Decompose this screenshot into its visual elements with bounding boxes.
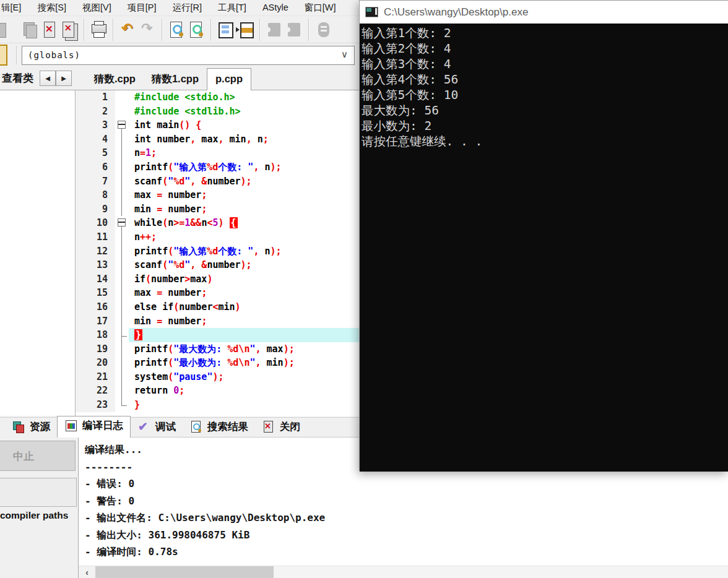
- console-line: 最大数为: 56: [362, 103, 728, 118]
- toolbar-separator: [308, 19, 309, 41]
- close-file-icon[interactable]: [40, 19, 59, 40]
- fold-guide: [115, 230, 129, 244]
- horizontal-scrollbar[interactable]: ‹: [79, 566, 728, 578]
- console-title-bar[interactable]: C:\Users\wangy\Desktop\p.exe: [360, 1, 728, 24]
- editor-tab-猜数1.cpp[interactable]: 猜数1.cpp: [144, 68, 207, 90]
- line-number: 4: [76, 132, 115, 147]
- bottom-tab-编译日志[interactable]: 编译日志: [57, 416, 131, 438]
- tab-class-view[interactable]: 查看类: [0, 71, 33, 85]
- fold-guide: [115, 300, 129, 314]
- secondary-button[interactable]: [0, 478, 77, 507]
- line-number: 10: [76, 216, 115, 230]
- console-line: 最小数为: 2: [362, 118, 728, 134]
- bottom-tab-label: 搜索结果: [207, 420, 248, 434]
- menu-item[interactable]: 辑[E]: [0, 1, 29, 15]
- line-number: 8: [76, 188, 115, 202]
- undo-icon[interactable]: [118, 19, 137, 40]
- line-number: 22: [76, 384, 115, 398]
- fold-guide: [115, 105, 129, 119]
- menu-item[interactable]: 项目[P]: [119, 1, 165, 15]
- bottom-tab-资源[interactable]: 资源: [5, 418, 57, 437]
- menu-item[interactable]: 窗口[W]: [297, 1, 344, 15]
- console-output: 输入第1个数: 2输入第2个数: 4输入第3个数: 4输入第4个数: 56输入第…: [360, 24, 728, 472]
- fold-guide: [115, 146, 129, 160]
- close-icon: [262, 421, 275, 433]
- fold-guide: [115, 356, 129, 370]
- console-line: 输入第5个数: 10: [362, 87, 728, 103]
- toolbar-separator: [259, 19, 260, 41]
- bookmark-icon[interactable]: [0, 45, 7, 66]
- fold-guide: [115, 175, 129, 189]
- fold-guide: [115, 90, 129, 105]
- line-number: 13: [76, 258, 115, 272]
- menu-item[interactable]: 视图[V]: [74, 1, 119, 15]
- bottom-tab-调试[interactable]: 调试: [131, 418, 183, 437]
- fold-guide: [115, 370, 129, 384]
- redo-icon[interactable]: [137, 19, 157, 40]
- bottom-tab-搜索结果[interactable]: 搜索结果: [183, 418, 255, 437]
- line-number: 21: [76, 370, 115, 384]
- menu-item[interactable]: 工具[T]: [210, 1, 254, 15]
- window-arrange-icon[interactable]: [235, 19, 255, 40]
- class-browser-panel[interactable]: [0, 90, 76, 416]
- profile-icon[interactable]: [313, 19, 333, 40]
- fold-guide: [115, 342, 129, 356]
- dropdown-value: (globals): [22, 50, 80, 60]
- toolbar-separator: [113, 19, 113, 41]
- menu-item[interactable]: AStyle: [254, 1, 297, 14]
- chevron-down-icon[interactable]: ∨: [341, 49, 348, 60]
- console-app-icon: [365, 7, 378, 17]
- console-window[interactable]: C:\Users\wangy\Desktop\p.exe 输入第1个数: 2输入…: [359, 0, 728, 471]
- editor-tab-猜数.cpp[interactable]: 猜数.cpp: [86, 68, 144, 90]
- scrollbar-track[interactable]: [274, 566, 728, 578]
- line-number: 1: [76, 90, 115, 105]
- compile-log-line: - 输出大小: 361.998046875 KiB: [79, 527, 728, 544]
- doc-partial-icon[interactable]: [0, 19, 20, 40]
- line-number: 16: [76, 300, 115, 314]
- scroll-left-arrow[interactable]: ‹: [79, 566, 95, 578]
- fold-guide: [115, 258, 129, 272]
- close-all-files-icon[interactable]: [59, 19, 79, 40]
- compiler-paths-label: compiler paths: [0, 510, 77, 521]
- search-results-icon: [189, 421, 203, 433]
- abort-button[interactable]: 中止: [0, 441, 76, 471]
- line-number: 20: [76, 356, 115, 370]
- line-number: 9: [76, 202, 115, 217]
- toolbar-separator: [84, 19, 84, 41]
- line-number: 2: [76, 105, 115, 119]
- scrollbar-thumb[interactable]: [95, 566, 274, 578]
- line-number: 17: [76, 314, 115, 329]
- fold-guide: [115, 244, 129, 259]
- toolbar-separator: [210, 19, 211, 41]
- copy-docs-icon[interactable]: [20, 19, 40, 40]
- print-icon[interactable]: [89, 19, 108, 40]
- line-number: 11: [76, 230, 115, 244]
- fold-toggle-icon[interactable]: [115, 118, 129, 132]
- console-line: 输入第2个数: 4: [362, 41, 728, 56]
- split-window-icon[interactable]: [215, 19, 235, 40]
- menu-item[interactable]: 搜索[S]: [29, 1, 74, 15]
- class-browser-dropdown[interactable]: (globals) ∨: [22, 46, 355, 65]
- puzzle-right-icon[interactable]: [284, 19, 304, 40]
- menu-item[interactable]: 运行[R]: [164, 1, 210, 15]
- fold-guide: [115, 328, 129, 342]
- line-number: 18: [76, 328, 115, 342]
- find-icon[interactable]: [167, 19, 186, 40]
- compile-log-line: - 编译时间: 0.78s: [79, 543, 728, 561]
- bottom-tab-关闭[interactable]: 关闭: [255, 418, 307, 437]
- find-in-files-icon[interactable]: [186, 19, 206, 40]
- line-number: 7: [76, 175, 115, 189]
- puzzle-left-icon[interactable]: [264, 19, 284, 40]
- fold-toggle-icon[interactable]: [115, 216, 129, 230]
- fold-guide: [115, 132, 129, 147]
- fold-guide: [115, 272, 129, 287]
- toolbar-separator: [162, 19, 162, 41]
- console-line: 请按任意键继续. . .: [362, 134, 728, 149]
- editor-tab-bar: 猜数.cpp猜数1.cppp.cpp: [86, 66, 251, 90]
- fold-guide: [115, 314, 129, 329]
- bottom-tab-label: 资源: [30, 420, 50, 434]
- editor-tab-p.cpp[interactable]: p.cpp: [207, 68, 251, 90]
- tab-scroll-left-button[interactable]: ◀: [40, 71, 56, 86]
- tab-scroll-right-button[interactable]: ▶: [56, 71, 72, 86]
- bottom-tab-label: 编译日志: [82, 419, 123, 433]
